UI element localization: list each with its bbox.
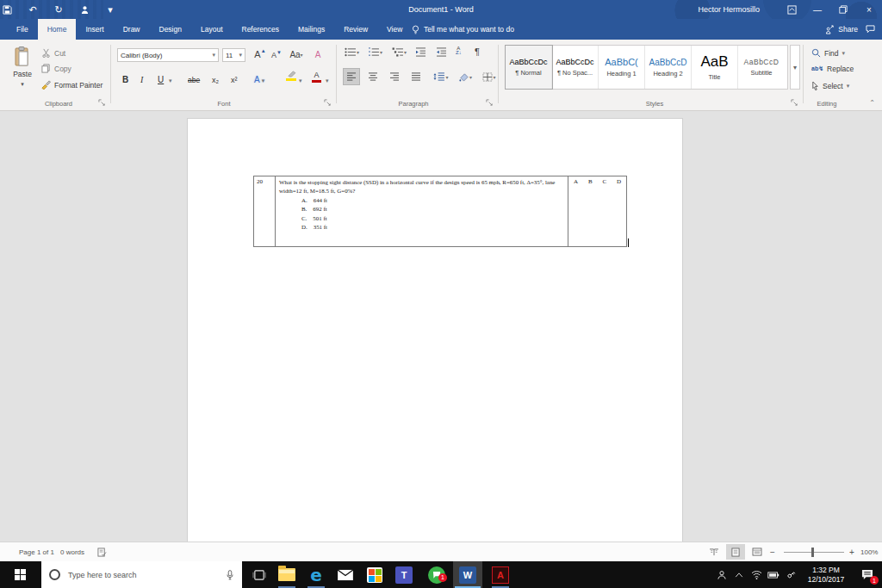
save-icon[interactable] xyxy=(0,3,14,16)
word-count[interactable]: 0 words xyxy=(60,542,84,561)
font-dialog-launcher-icon[interactable] xyxy=(324,99,332,108)
account-name[interactable]: Hector Hermosillo xyxy=(698,5,760,14)
hidden-icons-chevron-icon[interactable] xyxy=(730,561,748,588)
action-center-icon[interactable]: 1 xyxy=(853,561,882,588)
clear-formatting-button[interactable]: A xyxy=(310,46,326,62)
start-button[interactable] xyxy=(0,561,41,588)
style-no-spacing[interactable]: AaBbCcDc ¶ No Spac... xyxy=(552,46,599,89)
tab-draw[interactable]: Draw xyxy=(114,19,150,40)
undo-icon[interactable]: ↶ xyxy=(26,3,40,16)
microsoft-store-icon[interactable] xyxy=(360,561,389,588)
tab-layout[interactable]: Layout xyxy=(191,19,233,40)
copy-button[interactable]: Copy xyxy=(41,64,71,73)
answer-choices-cell[interactable]: A B C D xyxy=(568,176,626,246)
close-button[interactable]: × xyxy=(856,0,882,19)
justify-button[interactable] xyxy=(407,68,425,85)
subscript-button[interactable]: x₂ xyxy=(212,71,219,86)
change-case-button[interactable]: Aa▾ xyxy=(287,46,306,62)
tab-file[interactable]: File xyxy=(7,19,38,40)
microphone-icon[interactable] xyxy=(227,570,233,580)
line-spacing-button[interactable]: ▾ xyxy=(431,68,451,85)
collapse-ribbon-icon[interactable]: ⌃ xyxy=(869,99,875,107)
tell-me-box[interactable]: Tell me what you want to do xyxy=(412,19,514,40)
sort-button[interactable]: AZ↓ xyxy=(456,46,462,55)
style-normal[interactable]: AaBbCcDc ¶ Normal xyxy=(506,46,552,89)
chat-app-icon[interactable]: 1 xyxy=(422,561,451,588)
teams-icon[interactable]: T xyxy=(389,561,419,588)
zoom-out-button[interactable]: − xyxy=(770,542,775,561)
decrease-indent-button[interactable] xyxy=(415,47,426,57)
align-center-button[interactable] xyxy=(364,68,382,85)
style-title[interactable]: AaB Title xyxy=(692,46,738,89)
multilevel-list-button[interactable]: ▾ xyxy=(392,47,407,57)
customize-qat-icon[interactable]: ▾ xyxy=(103,3,117,16)
document-page[interactable]: 20 What is the stopping sight distance (… xyxy=(187,118,683,542)
zoom-slider-thumb[interactable] xyxy=(811,548,814,557)
style-heading-1[interactable]: AaBbC( Heading 1 xyxy=(599,46,645,89)
file-explorer-icon[interactable] xyxy=(272,561,301,588)
restore-button[interactable] xyxy=(830,0,856,19)
numbering-button[interactable]: ▾ xyxy=(368,47,382,57)
zoom-slider-track[interactable] xyxy=(784,552,844,553)
show-formatting-marks-button[interactable]: ¶ xyxy=(475,46,480,57)
style-subtitle[interactable]: AaBbCcD Subtitle xyxy=(738,46,785,89)
web-layout-icon[interactable] xyxy=(748,544,767,560)
tab-design[interactable]: Design xyxy=(150,19,191,40)
replace-button[interactable]: ab↯ Replace xyxy=(811,65,854,73)
word-taskbar-icon[interactable]: W xyxy=(453,561,482,588)
mail-icon[interactable] xyxy=(331,561,360,588)
underline-dropdown-icon[interactable]: ▾ xyxy=(169,71,172,86)
wifi-icon[interactable] xyxy=(748,561,765,588)
styles-gallery-more-icon[interactable]: ▾ xyxy=(790,45,800,90)
touch-mode-icon[interactable] xyxy=(78,3,91,16)
page-count[interactable]: Page 1 of 1 xyxy=(19,542,54,561)
text-effects-button[interactable]: A▾ xyxy=(254,71,264,86)
bold-button[interactable]: B xyxy=(122,71,128,86)
question-number-cell[interactable]: 20 xyxy=(254,176,276,246)
bullets-button[interactable]: ▾ xyxy=(345,47,359,57)
edge-icon[interactable]: e xyxy=(301,561,331,588)
cut-button[interactable]: Cut xyxy=(41,48,65,58)
minimize-button[interactable]: — xyxy=(804,0,830,19)
tab-review[interactable]: Review xyxy=(334,19,377,40)
tab-references[interactable]: References xyxy=(233,19,289,40)
task-view-button[interactable] xyxy=(245,561,274,588)
font-color-button[interactable]: A xyxy=(312,71,321,86)
find-button[interactable]: Find ▾ xyxy=(811,48,845,58)
italic-button[interactable]: I xyxy=(140,71,143,86)
read-mode-icon[interactable] xyxy=(705,544,724,560)
increase-indent-button[interactable] xyxy=(436,47,447,57)
paragraph-dialog-launcher-icon[interactable] xyxy=(486,99,494,108)
strikethrough-button[interactable]: abe xyxy=(188,71,200,86)
tab-view[interactable]: View xyxy=(377,19,412,40)
zoom-percentage[interactable]: 100% xyxy=(860,542,878,561)
comments-icon[interactable] xyxy=(861,19,879,40)
borders-button[interactable]: ▾ xyxy=(479,68,500,85)
underline-button[interactable]: U xyxy=(158,71,164,86)
shading-button[interactable]: ▾ xyxy=(455,68,475,85)
battery-icon[interactable] xyxy=(765,561,782,588)
font-name-select[interactable]: Calibri (Body) ▾ xyxy=(117,48,219,62)
font-size-select[interactable]: 11 ▾ xyxy=(222,48,245,62)
paste-button[interactable]: Paste ▾ xyxy=(7,46,38,96)
align-left-button[interactable] xyxy=(343,68,360,85)
question-text-cell[interactable]: What is the stopping sight distance (SSD… xyxy=(276,176,568,246)
redo-icon[interactable]: ↻ xyxy=(52,3,65,16)
proofing-status-icon[interactable] xyxy=(97,542,107,561)
key-tray-icon[interactable] xyxy=(782,561,799,588)
question-table[interactable]: 20 What is the stopping sight distance (… xyxy=(253,176,627,247)
tab-mailings[interactable]: Mailings xyxy=(289,19,334,40)
align-right-button[interactable] xyxy=(386,68,403,85)
grow-font-button[interactable]: A▲ xyxy=(252,46,268,62)
tab-insert[interactable]: Insert xyxy=(76,19,113,40)
superscript-button[interactable]: x² xyxy=(231,71,238,86)
taskbar-clock[interactable]: 1:32 PM 12/10/2017 xyxy=(799,566,853,584)
zoom-in-button[interactable]: + xyxy=(849,542,854,561)
style-heading-2[interactable]: AaBbCcD Heading 2 xyxy=(645,46,692,89)
adobe-acrobat-icon[interactable]: A xyxy=(486,561,515,588)
tab-home[interactable]: Home xyxy=(38,19,77,40)
people-icon[interactable] xyxy=(713,561,730,588)
font-color-dropdown-icon[interactable]: ▾ xyxy=(326,71,329,86)
document-area[interactable]: 20 What is the stopping sight distance (… xyxy=(0,112,882,542)
shrink-font-button[interactable]: A▼ xyxy=(270,48,283,62)
